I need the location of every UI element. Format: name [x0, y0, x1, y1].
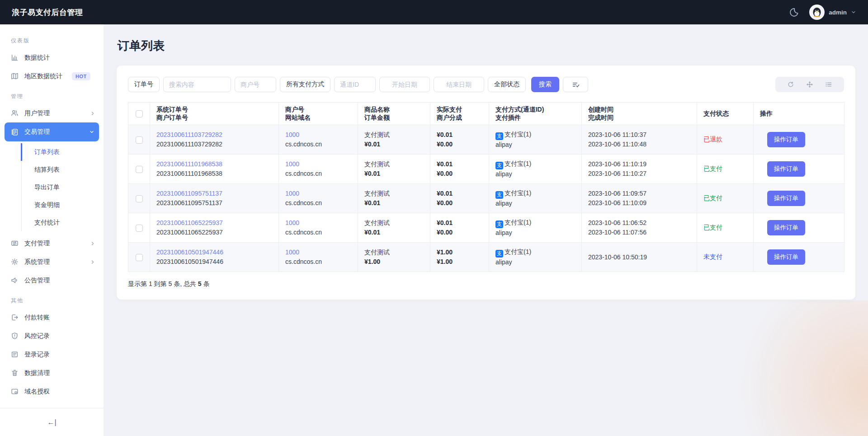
- sidebar-item-order-list[interactable]: 订单列表: [21, 143, 104, 161]
- column-header: 系统订单号: [156, 106, 272, 114]
- transfer-icon: [11, 239, 19, 247]
- sidebar-item-fund-details[interactable]: 资金明细: [22, 196, 104, 214]
- move-icon: [806, 81, 813, 88]
- paid-amount: ¥0.01: [437, 189, 482, 198]
- pay-method: 支付宝(1): [505, 131, 531, 138]
- product-name: 支付测试: [364, 130, 424, 140]
- columns-button[interactable]: [825, 81, 832, 88]
- sidebar-item-region-stats[interactable]: 地区数据统计 HOT: [0, 67, 104, 85]
- sidebar-item-payout-transfer[interactable]: 付款转账: [0, 308, 104, 327]
- paid-amount: ¥0.01: [437, 130, 482, 140]
- end-date-input[interactable]: [434, 77, 484, 92]
- chevron-down-icon: [89, 129, 94, 135]
- sys-order-link[interactable]: 2023100611065225937: [156, 218, 272, 228]
- merchant-link[interactable]: 1000: [285, 248, 351, 257]
- order-action-button[interactable]: 操作订单: [767, 220, 805, 235]
- sidebar-item-label: 数据清理: [24, 369, 50, 377]
- created-time: 2023-10-06 11:10:37: [588, 130, 690, 140]
- users-icon: [11, 109, 19, 117]
- created-time: 2023-10-06 11:06:52: [588, 218, 690, 228]
- sidebar-item-system-management[interactable]: 系统管理: [0, 253, 104, 271]
- merchant-input[interactable]: [235, 77, 276, 92]
- status-badge: 已支付: [703, 194, 722, 202]
- pay-plugin: alipay: [495, 169, 575, 179]
- merchant-share: ¥0.00: [437, 169, 482, 178]
- list-icon: [825, 81, 832, 88]
- sidebar-item-payment-management[interactable]: 支付管理: [0, 234, 104, 253]
- order-amount: ¥0.01: [364, 140, 424, 149]
- sys-order-link[interactable]: 2023100611101968538: [156, 159, 272, 169]
- refresh-button[interactable]: [787, 81, 794, 88]
- pay-method-select[interactable]: 所有支付方式: [280, 77, 330, 92]
- status-badge: 未支付: [703, 253, 722, 260]
- pay-method: 支付宝(1): [505, 189, 531, 197]
- filter-check-icon: [572, 81, 580, 89]
- created-time: 2023-10-06 10:50:19: [588, 253, 690, 262]
- row-checkbox[interactable]: [136, 254, 143, 261]
- sidebar-item-label: 域名授权: [24, 388, 50, 396]
- site-domain: cs.cdncos.cn: [285, 140, 351, 149]
- alipay-icon: 支: [495, 162, 503, 169]
- mch-order: 2023100611095751137: [156, 198, 272, 208]
- sidebar-item-label: 公告管理: [24, 277, 50, 285]
- sidebar-item-export-orders[interactable]: 导出订单: [22, 178, 104, 196]
- table-row: 20231006110957511372023100611095751137 1…: [128, 184, 844, 213]
- user-menu[interactable]: admin: [809, 5, 856, 20]
- order-field-select[interactable]: 订单号: [128, 77, 160, 92]
- merchant-link[interactable]: 1000: [285, 218, 351, 228]
- sidebar-item-login-records[interactable]: 登录记录: [0, 345, 104, 364]
- search-button[interactable]: 搜索: [531, 77, 559, 92]
- order-action-button[interactable]: 操作订单: [767, 191, 805, 206]
- sys-order-link[interactable]: 2023100611103729282: [156, 130, 272, 140]
- sidebar-collapse-button[interactable]: ←|: [0, 408, 104, 436]
- sidebar-item-payment-stats[interactable]: 支付统计: [22, 214, 104, 231]
- table-row: 20231006111019685382023100611101968538 1…: [128, 155, 844, 184]
- pay-plugin: alipay: [495, 258, 575, 267]
- hot-badge: HOT: [72, 72, 90, 80]
- sidebar-item-settlement-list[interactable]: 结算列表: [22, 161, 104, 178]
- merchant-link[interactable]: 1000: [285, 159, 351, 169]
- site-domain: cs.cdncos.cn: [285, 169, 351, 178]
- row-checkbox[interactable]: [136, 225, 143, 232]
- sidebar-item-announcement-management[interactable]: 公告管理: [0, 271, 104, 290]
- finished-time: 2023-10-06 11:10:09: [588, 198, 690, 208]
- column-filter-button[interactable]: [563, 77, 588, 92]
- sidebar-item-data-cleanup[interactable]: 数据清理: [0, 364, 104, 382]
- dark-mode-toggle[interactable]: [789, 7, 799, 17]
- sidebar-item-user-management[interactable]: 用户管理: [0, 104, 104, 122]
- sys-order-link[interactable]: 2023100610501947446: [156, 248, 272, 257]
- merchant-link[interactable]: 1000: [285, 189, 351, 198]
- channel-input[interactable]: [334, 77, 376, 92]
- sidebar-item-data-stats[interactable]: 数据统计: [0, 48, 104, 67]
- order-action-button[interactable]: 操作订单: [767, 249, 805, 265]
- results-summary: 显示第 1 到第 5 条, 总共 5 条: [128, 280, 844, 288]
- sys-order-link[interactable]: 2023100611095751137: [156, 189, 272, 198]
- order-action-button[interactable]: 操作订单: [767, 161, 805, 177]
- status-select[interactable]: 全部状态: [488, 77, 526, 92]
- column-header: 支付状态: [703, 110, 747, 118]
- row-checkbox[interactable]: [136, 136, 143, 144]
- product-name: 支付测试: [364, 248, 424, 257]
- order-action-button[interactable]: 操作订单: [767, 132, 805, 147]
- mch-order: 2023100611065225937: [156, 228, 272, 237]
- select-all-checkbox[interactable]: [136, 110, 143, 117]
- speaker-icon: [11, 277, 19, 284]
- alipay-icon: 支: [495, 250, 503, 258]
- sidebar-item-risk-records[interactable]: 风控记录: [0, 327, 104, 345]
- alipay-icon: 支: [495, 132, 503, 140]
- row-checkbox[interactable]: [136, 195, 143, 202]
- merchant-link[interactable]: 1000: [285, 130, 351, 140]
- start-date-input[interactable]: [379, 77, 430, 92]
- main-content: 订单列表 订单号 所有支付方式 全部状态 搜索: [104, 24, 868, 436]
- sidebar: 仪表版 数据统计 地区数据统计 HOT 管理 用户管理: [0, 24, 104, 436]
- sidebar-item-label: 风控记录: [24, 332, 50, 340]
- merchant-share: ¥0.00: [437, 228, 482, 237]
- sidebar-item-domain-authorization[interactable]: 域名授权: [0, 382, 104, 401]
- sidebar-item-transaction-management[interactable]: 交易管理: [5, 122, 99, 141]
- refresh-icon: [787, 81, 794, 88]
- table-toolbar: [775, 77, 844, 92]
- pay-method: 支付宝(1): [505, 160, 531, 167]
- fullscreen-button[interactable]: [806, 81, 813, 88]
- row-checkbox[interactable]: [136, 166, 143, 173]
- search-input[interactable]: [163, 77, 231, 92]
